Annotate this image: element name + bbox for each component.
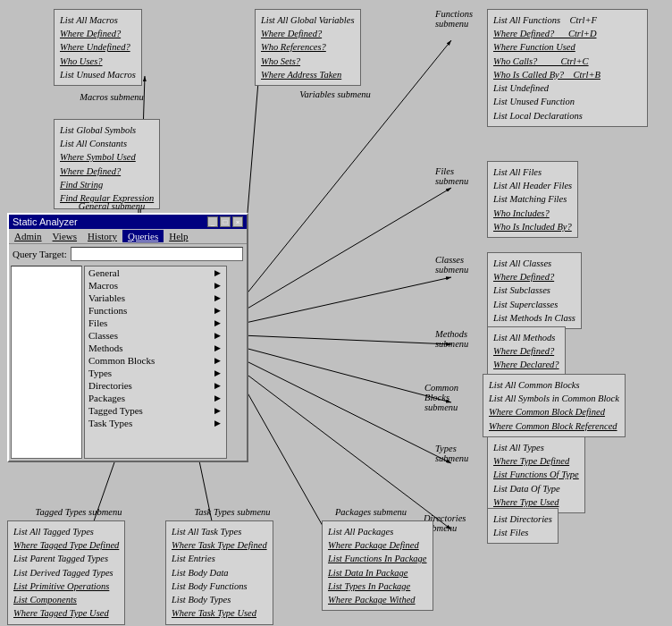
common-item-1[interactable]: List All Common Blocks (489, 378, 619, 392)
menu-packages[interactable]: Packages▶ (85, 392, 226, 404)
methods-item-3[interactable]: Where Declared? (493, 358, 559, 371)
query-input[interactable] (71, 247, 243, 261)
functions-item-8[interactable]: List Local Declarations (493, 109, 642, 123)
general-item-2[interactable]: List All Constants (60, 137, 154, 150)
directories-item-2[interactable]: List Files (493, 526, 552, 539)
menu-history[interactable]: History (82, 230, 122, 242)
menu-tagged-types[interactable]: Tagged Types▶ (85, 404, 226, 417)
menu-views[interactable]: Views (47, 230, 82, 242)
classes-item-3[interactable]: List Subclasses (493, 283, 575, 297)
tagged-types-item-5[interactable]: List Primitive Operations (13, 579, 119, 593)
task-types-item-5[interactable]: List Body Functions (172, 579, 267, 593)
classes-item-5[interactable]: List Methods In Class (493, 311, 575, 325)
functions-item-2[interactable]: Where Defined? Ctrl+D (493, 27, 642, 40)
task-types-item-6[interactable]: List Body Types (172, 593, 267, 606)
macros-item-5[interactable]: List Unused Macros (60, 68, 136, 81)
menu-help[interactable]: Help (164, 230, 193, 242)
packages-item-2[interactable]: Where Package Defined (328, 538, 427, 552)
packages-item-4[interactable]: List Data In Package (328, 566, 427, 579)
general-item-5[interactable]: Find String (60, 178, 154, 191)
menu-general[interactable]: General▶ (85, 266, 226, 279)
methods-item-2[interactable]: Where Defined? (493, 344, 559, 358)
task-types-item-1[interactable]: List All Task Types (172, 525, 267, 538)
macros-item-4[interactable]: Who Uses? (60, 55, 136, 68)
macros-item-3[interactable]: Where Undefined? (60, 40, 136, 54)
variables-item-1[interactable]: List All Global Variables (261, 13, 355, 27)
macros-item-1[interactable]: List All Macros (60, 13, 136, 27)
directories-submenu-box: List Directories List Files (487, 508, 559, 544)
general-item-1[interactable]: List Global Symbols (60, 123, 154, 137)
general-item-3[interactable]: Where Symbol Used (60, 150, 154, 164)
macros-item-2[interactable]: Where Defined? (60, 27, 136, 40)
packages-item-5[interactable]: List Types In Package (328, 579, 427, 593)
menu-classes[interactable]: Classes▶ (85, 329, 226, 342)
menu-common-blocks[interactable]: Common Blocks▶ (85, 354, 226, 367)
types-item-4[interactable]: List Data Of Type (493, 482, 579, 495)
common-blocks-label: CommonBlockssubmenu (424, 383, 483, 412)
functions-item-7[interactable]: List Unused Function (493, 95, 642, 108)
task-types-item-7[interactable]: Where Task Type Used (172, 606, 267, 620)
types-item-1[interactable]: List All Types (493, 441, 579, 454)
menu-directories[interactable]: Directories▶ (85, 379, 226, 392)
variables-item-4[interactable]: Who Sets? (261, 55, 355, 68)
menu-variables[interactable]: Variables▶ (85, 292, 226, 304)
minimize-button[interactable]: _ (207, 216, 218, 227)
packages-item-6[interactable]: Where Package Withed (328, 593, 427, 606)
common-item-4[interactable]: Where Common Block Referenced (489, 419, 619, 433)
files-item-2[interactable]: List All Header Files (493, 179, 572, 192)
menu-macros[interactable]: Macros▶ (85, 279, 226, 292)
menu-types[interactable]: Types▶ (85, 367, 226, 379)
types-item-3[interactable]: List Functions Of Type (493, 468, 579, 481)
classes-item-2[interactable]: Where Defined? (493, 270, 575, 283)
tagged-types-item-2[interactable]: Where Tagged Type Defined (13, 538, 119, 552)
menu-admin[interactable]: Admin (9, 230, 47, 242)
menu-files-label: Files (88, 317, 107, 328)
tagged-types-submenu-label: Tagged Types submenu (7, 507, 150, 517)
menu-common-blocks-label: Common Blocks (88, 355, 155, 366)
variables-item-2[interactable]: Where Defined? (261, 27, 355, 40)
menu-functions[interactable]: Functions▶ (85, 304, 226, 317)
query-row: Query Target: (9, 244, 247, 264)
files-item-4[interactable]: Who Includes? (493, 207, 572, 220)
files-arrow: ▶ (214, 318, 221, 327)
tagged-types-item-4[interactable]: List Derived Tagged Types (13, 566, 119, 579)
common-item-2[interactable]: List All Symbols in Common Block (489, 392, 619, 405)
menu-queries[interactable]: Queries (122, 230, 164, 242)
menu-files[interactable]: Files▶ (85, 317, 226, 329)
task-types-item-3[interactable]: List Entries (172, 552, 267, 565)
files-item-5[interactable]: Who Is Included By? (493, 220, 572, 233)
menu-task-types[interactable]: Task Types▶ (85, 417, 226, 429)
common-item-3[interactable]: Where Common Block Defined (489, 405, 619, 419)
files-item-1[interactable]: List All Files (493, 165, 572, 179)
classes-item-4[interactable]: List Superclasses (493, 298, 575, 311)
directories-item-1[interactable]: List Directories (493, 512, 552, 526)
tagged-types-item-6[interactable]: List Components (13, 593, 119, 606)
packages-item-1[interactable]: List All Packages (328, 525, 427, 538)
functions-item-5[interactable]: Who Is Called By? Ctrl+B (493, 68, 642, 81)
task-types-item-4[interactable]: List Body Data (172, 566, 267, 579)
task-types-item-2[interactable]: Where Task Type Defined (172, 538, 267, 552)
functions-item-3[interactable]: Where Function Used (493, 40, 642, 54)
tagged-types-item-7[interactable]: Where Tagged Type Used (13, 606, 119, 620)
packages-item-3[interactable]: List Functions In Package (328, 552, 427, 565)
functions-item-6[interactable]: List Undefined (493, 81, 642, 95)
variables-item-3[interactable]: Who References? (261, 40, 355, 54)
maximize-button[interactable]: □ (220, 216, 231, 227)
menu-variables-label: Variables (88, 292, 125, 303)
types-item-5[interactable]: Where Type Used (493, 495, 579, 509)
tagged-types-item-1[interactable]: List All Tagged Types (13, 525, 119, 538)
tagged-types-item-3[interactable]: List Parent Tagged Types (13, 552, 119, 565)
functions-item-1[interactable]: List All Functions Ctrl+F (493, 13, 642, 27)
directories-label: Directoriessubmenu (424, 513, 488, 533)
functions-item-4[interactable]: Who Calls? Ctrl+C (493, 55, 642, 68)
classes-submenu-box: List All Classes Where Defined? List Sub… (487, 252, 582, 329)
types-item-2[interactable]: Where Type Defined (493, 454, 579, 468)
variables-item-5[interactable]: Where Address Taken (261, 68, 355, 81)
files-item-3[interactable]: List Matching Files (493, 192, 572, 206)
general-item-4[interactable]: Where Defined? (60, 165, 154, 178)
menu-methods[interactable]: Methods▶ (85, 342, 226, 354)
classes-item-1[interactable]: List All Classes (493, 257, 575, 270)
methods-item-1[interactable]: List All Methods (493, 331, 559, 344)
queries-menu-list: General▶ Macros▶ Variables▶ Functions▶ F… (84, 266, 227, 459)
close-button[interactable]: × (232, 216, 243, 227)
